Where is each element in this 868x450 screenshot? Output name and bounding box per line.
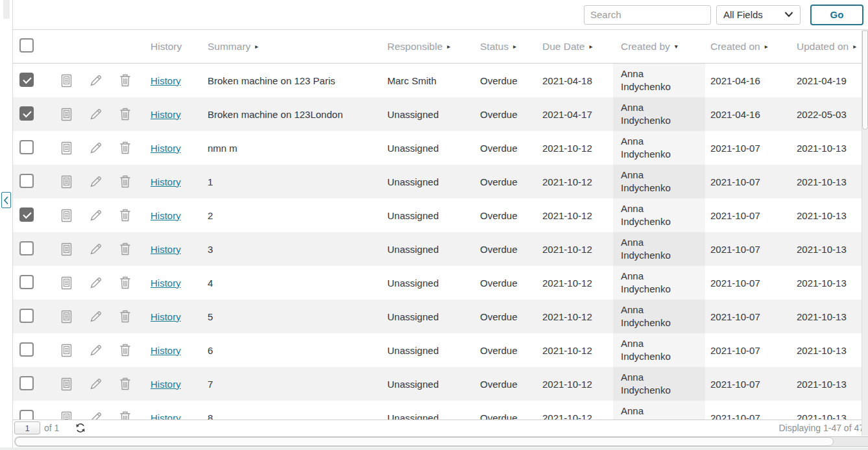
- edit-button[interactable]: [81, 410, 110, 420]
- details-button[interactable]: [52, 74, 81, 88]
- edit-button[interactable]: [81, 276, 110, 290]
- edit-button[interactable]: [81, 73, 110, 88]
- delete-button[interactable]: [110, 309, 139, 324]
- horizontal-scrollbar-thumb[interactable]: [15, 437, 834, 446]
- delete-button[interactable]: [110, 208, 139, 222]
- vertical-scrollbar-thumb[interactable]: [862, 30, 868, 130]
- field-selector-value: All Fields: [723, 9, 763, 20]
- delete-button[interactable]: [110, 174, 139, 189]
- status-cell: Overdue: [474, 244, 535, 255]
- status-cell: Overdue: [474, 109, 535, 120]
- document-icon: [60, 209, 73, 222]
- column-header-summary[interactable]: Summary▸: [201, 41, 380, 53]
- row-checkbox[interactable]: [19, 410, 34, 420]
- row-checkbox[interactable]: [19, 207, 34, 222]
- history-link[interactable]: History: [151, 311, 181, 322]
- column-header-created-on[interactable]: Created on▸: [705, 41, 791, 53]
- column-header-updated-on[interactable]: Updated on▸: [791, 41, 868, 53]
- due-date-cell: 2021-10-12: [535, 379, 613, 390]
- refresh-icon: [75, 422, 86, 434]
- table-row: History 5 Unassigned Overdue 2021-10-12 …: [13, 300, 868, 333]
- search-input[interactable]: [584, 5, 711, 25]
- due-date-cell: 2021-10-12: [535, 278, 613, 289]
- status-cell: Overdue: [474, 176, 535, 187]
- summary-cell: 4: [201, 278, 380, 289]
- edit-button[interactable]: [81, 377, 110, 391]
- horizontal-scrollbar[interactable]: [14, 436, 868, 447]
- row-checkbox[interactable]: [19, 174, 34, 188]
- created-by-cell: Anna Indychenko: [613, 333, 705, 367]
- edit-button[interactable]: [81, 141, 110, 155]
- details-button[interactable]: [52, 276, 81, 290]
- table-row: History 3 Unassigned Overdue 2021-10-12 …: [13, 232, 868, 266]
- row-checkbox[interactable]: [19, 73, 34, 87]
- column-header-responsible[interactable]: Responsible▸: [380, 41, 474, 53]
- table-row: History nmn m Unassigned Overdue 2021-10…: [13, 131, 868, 165]
- history-link[interactable]: History: [151, 379, 181, 390]
- trash-icon: [119, 276, 132, 290]
- edit-button[interactable]: [81, 343, 110, 357]
- document-icon: [60, 108, 73, 121]
- document-icon: [60, 310, 73, 324]
- history-link[interactable]: History: [151, 210, 181, 221]
- history-link[interactable]: History: [151, 345, 181, 356]
- page-input[interactable]: [14, 421, 40, 434]
- status-cell: Overdue: [474, 412, 535, 420]
- column-header-created-by[interactable]: Created by▾: [613, 41, 705, 53]
- history-link[interactable]: History: [151, 278, 181, 289]
- history-link[interactable]: History: [151, 143, 181, 154]
- details-button[interactable]: [52, 344, 81, 357]
- refresh-button[interactable]: [75, 422, 86, 434]
- vertical-scrollbar[interactable]: [862, 30, 868, 436]
- delete-button[interactable]: [110, 377, 139, 391]
- details-button[interactable]: [52, 243, 81, 256]
- row-checkbox[interactable]: [19, 241, 34, 255]
- details-button[interactable]: [52, 175, 81, 189]
- go-button[interactable]: Go: [810, 5, 863, 25]
- history-link[interactable]: History: [151, 412, 181, 420]
- summary-cell: 5: [201, 311, 380, 322]
- history-link[interactable]: History: [151, 176, 181, 187]
- delete-button[interactable]: [110, 276, 139, 290]
- details-button[interactable]: [52, 108, 81, 121]
- details-button[interactable]: [52, 310, 81, 324]
- created-on-cell: 2021-10-07: [705, 210, 791, 221]
- edit-button[interactable]: [81, 309, 110, 324]
- delete-button[interactable]: [110, 107, 139, 121]
- updated-on-cell: 2021-10-13: [791, 412, 868, 420]
- trash-icon: [119, 107, 132, 121]
- details-button[interactable]: [52, 411, 81, 420]
- row-checkbox[interactable]: [19, 342, 34, 357]
- details-button[interactable]: [52, 209, 81, 222]
- edit-button[interactable]: [81, 107, 110, 121]
- delete-button[interactable]: [110, 73, 139, 88]
- delete-button[interactable]: [110, 242, 139, 256]
- column-header-due-date[interactable]: Due Date▸: [535, 41, 613, 53]
- row-checkbox[interactable]: [19, 140, 34, 154]
- updated-on-cell: 2021-04-19: [791, 75, 868, 86]
- history-link[interactable]: History: [151, 109, 181, 120]
- delete-button[interactable]: [110, 141, 139, 155]
- details-button[interactable]: [52, 377, 81, 391]
- delete-button[interactable]: [110, 343, 139, 357]
- edit-button[interactable]: [81, 242, 110, 256]
- created-by-cell: Anna Indychenko: [613, 401, 705, 420]
- history-link[interactable]: History: [151, 75, 181, 86]
- row-checkbox[interactable]: [19, 275, 34, 289]
- collapse-panel-button[interactable]: [1, 192, 11, 208]
- history-link[interactable]: History: [151, 244, 181, 255]
- details-button[interactable]: [52, 141, 81, 155]
- row-checkbox[interactable]: [19, 309, 34, 323]
- collapsed-panel-scrollbar[interactable]: [3, 0, 10, 19]
- field-selector[interactable]: All Fields: [716, 5, 801, 25]
- sort-arrow-down-icon: ▾: [675, 43, 678, 50]
- select-all-checkbox[interactable]: [19, 38, 34, 53]
- delete-button[interactable]: [110, 410, 139, 420]
- edit-button[interactable]: [81, 174, 110, 189]
- column-header-status[interactable]: Status▸: [474, 41, 535, 53]
- row-checkbox[interactable]: [19, 106, 34, 121]
- status-cell: Overdue: [474, 143, 535, 154]
- row-checkbox[interactable]: [19, 376, 34, 390]
- edit-button[interactable]: [81, 208, 110, 222]
- trash-icon: [119, 377, 132, 391]
